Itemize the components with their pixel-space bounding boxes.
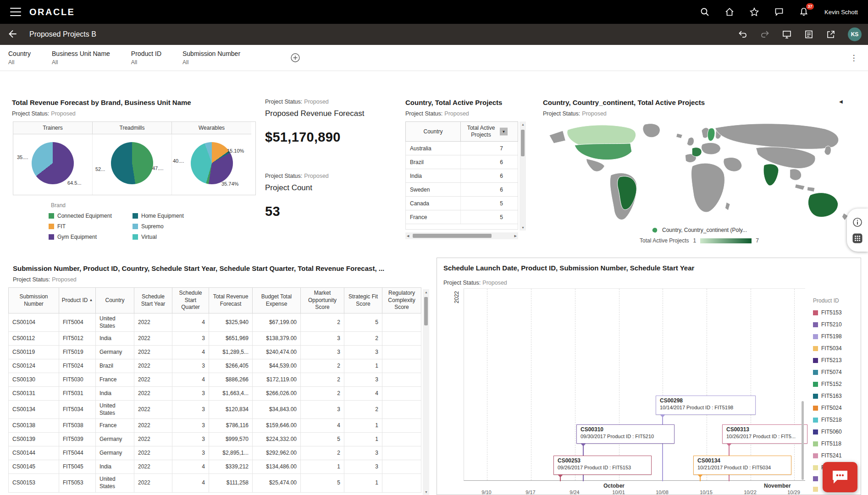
event-callout[interactable]: CS0013410/21/2017 Product ID : FIT5034 (693, 456, 791, 475)
map-region-mexico[interactable] (586, 159, 605, 171)
table-row[interactable]: CS00104FIT5004United States20224$325,940… (9, 314, 421, 332)
map-region-usa[interactable] (575, 143, 632, 160)
collapse-panel-arrow-icon[interactable]: ◀ (839, 99, 843, 104)
pie-chart-trainers[interactable] (32, 142, 74, 184)
legend-item[interactable]: FIT5241 (813, 452, 859, 459)
event-callout[interactable]: CS0029810/14/2017 Product ID : FIT5198 (656, 396, 756, 415)
map-region-iceland[interactable] (676, 133, 683, 138)
scrollbar-thumb[interactable] (413, 234, 492, 238)
scroll-down-icon[interactable]: ▼ (425, 490, 428, 494)
legend-item[interactable]: Home Equipment (133, 213, 216, 219)
map-region-central-europe[interactable] (702, 143, 721, 154)
table-row[interactable]: CS00153FIT5053United States20224$111,258… (9, 474, 421, 492)
event-callout[interactable]: CS0025309/26/2017 Product ID : FIT5153 (553, 456, 652, 475)
plot-scrollbar-thumb[interactable] (802, 401, 804, 480)
map-region-africa[interactable] (691, 163, 725, 212)
present-mode-icon[interactable] (782, 29, 792, 39)
map-region-indonesia[interactable] (795, 184, 805, 190)
legend-item[interactable]: FIT5218 (813, 417, 859, 423)
scroll-right-icon[interactable]: ▶ (514, 234, 517, 237)
column-header[interactable]: Regulatory Complexity Score (382, 288, 421, 314)
undo-icon[interactable] (738, 29, 748, 39)
country-table-row[interactable]: Sweden6 (405, 183, 518, 197)
column-header[interactable]: Schedule Start Quarter (172, 288, 209, 314)
map-region-greenland[interactable] (643, 124, 660, 138)
viz-revenue-by-brand[interactable]: Total Revenue Forecast by Brand, Busines… (8, 94, 260, 255)
column-header[interactable]: Budget Total Expense (253, 288, 301, 314)
favorites-star-icon[interactable] (749, 7, 759, 17)
notes-icon[interactable] (804, 29, 814, 39)
column-header-country[interactable]: Country (406, 122, 461, 141)
map-region-middle-east[interactable] (724, 158, 742, 172)
legend-item[interactable]: FIT5024 (813, 405, 859, 411)
country-table-row[interactable]: France5 (405, 210, 518, 224)
legend-item[interactable]: FIT5074 (813, 369, 859, 375)
kpi-project-count[interactable]: Project Status:Proposed Project Count 53 (265, 173, 329, 219)
horizontal-scrollbar[interactable]: ◀ ▶ (405, 232, 518, 239)
chat-fab-button[interactable] (823, 462, 857, 492)
vertical-scrollbar[interactable]: ▲ ▼ (423, 289, 429, 495)
column-header[interactable]: Total Revenue Forecast (209, 288, 253, 314)
feedback-icon[interactable] (774, 7, 784, 17)
legend-item[interactable]: FIT5213 (813, 357, 859, 363)
scroll-down-icon[interactable]: ▼ (521, 226, 525, 229)
event-callout[interactable]: CS0031310/26/2017 Product ID : FIT5... (722, 424, 807, 444)
vertical-scrollbar[interactable]: ▲ ▼ (520, 121, 526, 231)
table-row[interactable]: CS00112FIT5012India20223$651,969$138,379… (9, 332, 421, 346)
scroll-up-icon[interactable]: ▲ (425, 291, 428, 294)
scrollbar-thumb[interactable] (521, 130, 525, 156)
filter-submission-number[interactable]: Submission Number All (182, 50, 240, 66)
legend-item[interactable]: FIT5163 (813, 393, 859, 399)
table-row[interactable]: CS00144FIT5044Germany20223$2,895,1...$29… (9, 446, 421, 460)
map-region-india[interactable] (763, 164, 779, 186)
filter-country[interactable]: Country All (8, 50, 31, 66)
filter-business-unit-name[interactable]: Business Unit Name All (52, 50, 110, 66)
map-region-madagascar[interactable] (725, 202, 730, 210)
pie-chart-wearables[interactable] (191, 142, 233, 184)
info-icon[interactable] (852, 217, 863, 228)
column-header[interactable]: Product ID▲ (59, 288, 96, 314)
map-region-alaska[interactable] (549, 131, 566, 143)
pie-chart-treadmills[interactable] (111, 142, 153, 184)
map-region-southeast-asia[interactable] (790, 169, 802, 181)
column-menu-icon[interactable]: ▼ (500, 128, 508, 136)
column-header[interactable]: Country (96, 288, 134, 314)
legend-item[interactable]: FIT5118 (813, 440, 859, 447)
country-table-row[interactable]: Brazil6 (405, 155, 518, 169)
table-row[interactable]: CS00119FIT5019Germany20224$1,289,5...$24… (9, 346, 421, 359)
table-row[interactable]: CS00138FIT5038France20223$786,116$159,64… (9, 419, 421, 433)
navigation-menu-icon[interactable] (10, 8, 21, 16)
table-row[interactable]: CS00139FIT5039Germany20223$999,570$224,3… (9, 433, 421, 446)
map-region-uk[interactable] (687, 138, 694, 146)
column-header[interactable]: Schedule Start Year (134, 288, 172, 314)
legend-item[interactable]: FIT5153 (813, 309, 859, 316)
country-table-row[interactable]: Canada5 (405, 197, 518, 210)
legend-item[interactable]: Gym Equipment (49, 234, 133, 240)
legend-item[interactable]: FIT5198 (813, 333, 859, 340)
user-avatar[interactable]: KS (848, 28, 862, 41)
table-row[interactable]: CS00131FIT5031India20223$1,663,4...$266,… (9, 387, 421, 401)
table-row[interactable]: CS00124FIT5024Brazil20223$266,405$44,539… (9, 359, 421, 373)
viz-world-map[interactable]: Country, Country_continent, Total Active… (537, 94, 861, 255)
legend-item[interactable]: Connected Equipment (49, 213, 133, 219)
map-region-australia[interactable] (808, 193, 838, 217)
filter-product-id[interactable]: Product ID All (131, 50, 161, 66)
scroll-up-icon[interactable]: ▲ (521, 123, 525, 126)
map-region-russia[interactable] (715, 124, 839, 149)
map-region-sweden[interactable] (708, 128, 715, 141)
redo-icon[interactable] (760, 29, 770, 39)
canvas-menu-icon[interactable]: ⋮ (848, 53, 860, 63)
app-grid-icon[interactable] (852, 233, 863, 244)
kpi-proposed-revenue[interactable]: Project Status:Proposed Proposed Revenue… (265, 99, 364, 145)
table-row[interactable]: CS00145FIT5045India20224$339,212$134,486… (9, 460, 421, 474)
viz-country-active-projects[interactable]: Country, Total Active Projects Project S… (404, 94, 527, 255)
scroll-left-icon[interactable]: ◀ (407, 234, 409, 237)
table-row[interactable]: CS00130FIT5030France20224$886,266$172,11… (9, 373, 421, 387)
column-header[interactable]: Submission Number (9, 288, 59, 314)
legend-item[interactable]: FIT5152 (813, 381, 859, 387)
back-button[interactable] (6, 28, 19, 41)
home-icon[interactable] (724, 7, 735, 17)
notifications-bell-icon[interactable]: 37 (799, 7, 809, 17)
user-name[interactable]: Kevin Schott (824, 9, 858, 16)
legend-item[interactable]: FIT5060 (813, 429, 859, 435)
